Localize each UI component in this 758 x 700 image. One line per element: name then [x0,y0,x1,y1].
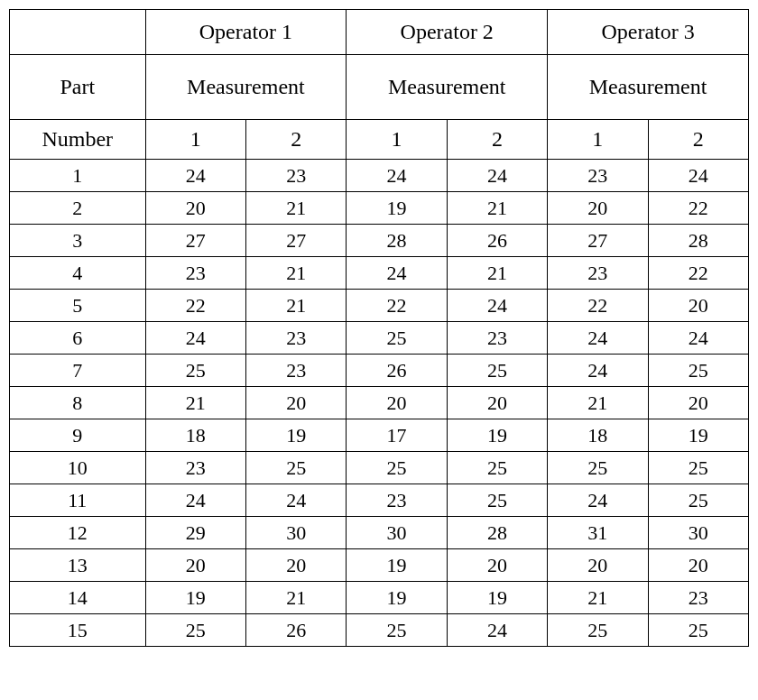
op1-meas1-cell: 25 [145,355,245,387]
op1-meas2-cell: 23 [245,322,346,355]
header-part: Part [10,55,146,120]
op2-meas1-cell: 30 [347,517,447,549]
header-replicates-row: Number 1 2 1 2 1 2 [10,120,749,160]
header-measurement-op3: Measurement [548,55,749,120]
table-row: 8212020202120 [10,387,749,419]
op1-meas1-cell: 19 [145,582,245,614]
op1-meas1-cell: 23 [145,257,245,290]
op3-meas2-cell: 20 [648,387,748,419]
op2-meas2-cell: 24 [447,160,547,192]
op3-meas2-cell: 25 [648,355,748,387]
op1-meas1-cell: 25 [145,614,245,647]
op1-meas1-cell: 24 [145,160,245,192]
op3-meas1-cell: 25 [548,452,648,484]
header-operator-3: Operator 3 [548,10,749,55]
op3-meas1-cell: 20 [548,549,648,582]
part-number-cell: 1 [10,160,146,192]
op3-meas1-cell: 21 [548,582,648,614]
op2-meas2-cell: 25 [447,355,547,387]
op1-meas2-cell: 23 [245,355,346,387]
op3-meas1-cell: 25 [548,614,648,647]
op3-meas2-cell: 28 [648,225,748,257]
part-number-cell: 12 [10,517,146,549]
header-measurement-op1: Measurement [145,55,347,120]
op2-meas1-cell: 28 [347,225,447,257]
part-number-cell: 9 [10,419,146,452]
header-rep-1-op3: 1 [548,120,648,160]
op3-meas2-cell: 30 [648,517,748,549]
op1-meas2-cell: 19 [245,419,346,452]
op3-meas2-cell: 24 [648,322,748,355]
op2-meas2-cell: 24 [447,290,547,322]
op1-meas1-cell: 21 [145,387,245,419]
op1-meas2-cell: 21 [245,257,346,290]
op1-meas2-cell: 24 [245,484,346,517]
op3-meas2-cell: 25 [648,614,748,647]
op1-meas2-cell: 27 [245,225,346,257]
op2-meas2-cell: 21 [447,257,547,290]
header-measurement-row: Part Measurement Measurement Measurement [10,55,749,120]
header-rep-2-op3: 2 [648,120,748,160]
op2-meas1-cell: 26 [347,355,447,387]
op3-meas1-cell: 24 [548,484,648,517]
op3-meas1-cell: 24 [548,322,648,355]
table-row: 1242324242324 [10,160,749,192]
op2-meas1-cell: 17 [347,419,447,452]
part-number-cell: 10 [10,452,146,484]
header-rep-2-op1: 2 [245,120,346,160]
op1-meas2-cell: 26 [245,614,346,647]
op2-meas2-cell: 21 [447,192,547,225]
part-number-cell: 5 [10,290,146,322]
header-measurement-op2: Measurement [347,55,548,120]
op3-meas2-cell: 22 [648,192,748,225]
header-operator-1: Operator 1 [145,10,347,55]
table-row: 13202019202020 [10,549,749,582]
op3-meas1-cell: 22 [548,290,648,322]
op2-meas1-cell: 25 [347,614,447,647]
part-number-cell: 8 [10,387,146,419]
part-number-cell: 13 [10,549,146,582]
op3-meas2-cell: 20 [648,290,748,322]
op2-meas1-cell: 22 [347,290,447,322]
op1-meas2-cell: 21 [245,582,346,614]
op2-meas2-cell: 20 [447,387,547,419]
op3-meas2-cell: 24 [648,160,748,192]
op3-meas1-cell: 18 [548,419,648,452]
op3-meas1-cell: 20 [548,192,648,225]
op3-meas1-cell: 24 [548,355,648,387]
table-row: 9181917191819 [10,419,749,452]
header-number: Number [10,120,146,160]
part-number-cell: 6 [10,322,146,355]
table-row: 4232124212322 [10,257,749,290]
part-number-cell: 15 [10,614,146,647]
data-body: 1242324242324220211921202232727282627284… [10,160,749,647]
op2-meas2-cell: 25 [447,452,547,484]
table-row: 2202119212022 [10,192,749,225]
op1-meas1-cell: 29 [145,517,245,549]
op1-meas1-cell: 27 [145,225,245,257]
part-number-cell: 2 [10,192,146,225]
op1-meas1-cell: 18 [145,419,245,452]
op1-meas1-cell: 22 [145,290,245,322]
op3-meas2-cell: 25 [648,452,748,484]
part-number-cell: 7 [10,355,146,387]
op3-meas2-cell: 25 [648,484,748,517]
op2-meas2-cell: 20 [447,549,547,582]
op1-meas2-cell: 25 [245,452,346,484]
table-row: 5222122242220 [10,290,749,322]
op1-meas1-cell: 20 [145,192,245,225]
op2-meas2-cell: 25 [447,484,547,517]
measurement-table: Operator 1 Operator 2 Operator 3 Part Me… [9,9,749,647]
op2-meas1-cell: 19 [347,549,447,582]
table-row: 14192119192123 [10,582,749,614]
header-blank [10,10,146,55]
op2-meas2-cell: 28 [447,517,547,549]
op1-meas2-cell: 20 [245,549,346,582]
op2-meas1-cell: 24 [347,160,447,192]
op2-meas2-cell: 23 [447,322,547,355]
op2-meas1-cell: 23 [347,484,447,517]
op3-meas2-cell: 22 [648,257,748,290]
part-number-cell: 4 [10,257,146,290]
op2-meas2-cell: 26 [447,225,547,257]
op2-meas1-cell: 19 [347,582,447,614]
